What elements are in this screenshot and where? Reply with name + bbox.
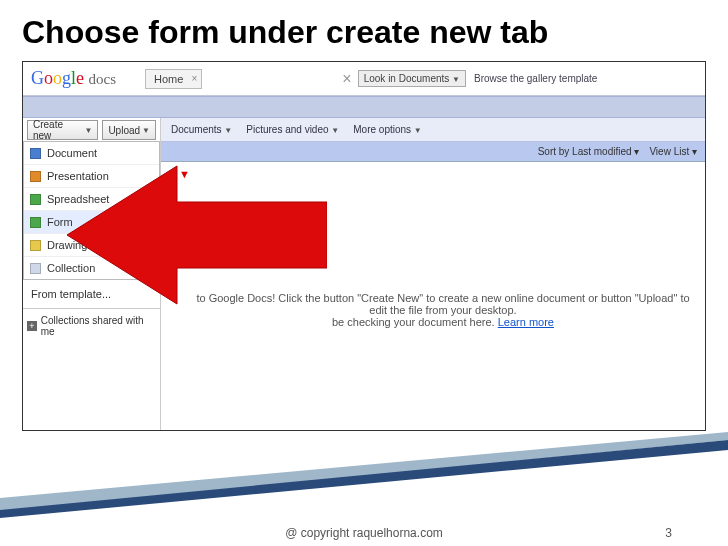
dropdown-indicator: ▼ bbox=[179, 168, 190, 180]
slide-footer: @ copyright raquelhorna.com bbox=[0, 526, 728, 540]
collection-icon bbox=[30, 263, 41, 274]
menu-item-from-template[interactable]: From template... bbox=[23, 280, 160, 308]
filter-pictures[interactable]: Pictures and video ▼ bbox=[246, 124, 339, 135]
list-header-row: Sort by Last modified ▾ View List ▾ bbox=[161, 142, 705, 162]
drawing-icon bbox=[30, 240, 41, 251]
welcome-line1: to Google Docs! Click the button "Create… bbox=[191, 292, 695, 316]
google-docs-logo: Google docs bbox=[23, 68, 145, 89]
welcome-line2: be checking your document here. Learn mo… bbox=[191, 316, 695, 328]
clear-icon[interactable]: × bbox=[342, 70, 351, 88]
decorative-swoosh bbox=[0, 428, 728, 518]
collections-shared[interactable]: + Collections shared with me bbox=[23, 308, 160, 343]
menu-item-document[interactable]: Document bbox=[24, 142, 159, 165]
menu-item-presentation[interactable]: Presentation bbox=[24, 165, 159, 188]
page-number: 3 bbox=[665, 526, 672, 540]
menu-item-spreadsheet[interactable]: Spreadsheet bbox=[24, 188, 159, 211]
filter-toolbar: Documents ▼ Pictures and video ▼ More op… bbox=[161, 118, 705, 142]
learn-more-link[interactable]: Learn more bbox=[498, 316, 554, 328]
view-list-control[interactable]: View List ▾ bbox=[649, 146, 697, 157]
content-row: Document Presentation Spreadsheet Form D… bbox=[23, 142, 705, 430]
main-panel: Sort by Last modified ▾ View List ▾ ▼ to… bbox=[161, 142, 705, 430]
toolbar-row: Create new▼ Upload▼ Documents ▼ Pictures… bbox=[23, 118, 705, 142]
upload-button[interactable]: Upload▼ bbox=[102, 120, 156, 140]
tab-home[interactable]: Home × bbox=[145, 69, 202, 89]
look-in-documents-button[interactable]: Look in Documents ▼ bbox=[358, 70, 466, 87]
slide-title: Choose form under create new tab bbox=[0, 0, 728, 57]
menu-item-drawing[interactable]: Drawing bbox=[24, 234, 159, 257]
sort-by-control[interactable]: Sort by Last modified ▾ bbox=[538, 146, 640, 157]
close-icon[interactable]: × bbox=[192, 72, 198, 86]
filter-more[interactable]: More options ▼ bbox=[353, 124, 422, 135]
presentation-icon bbox=[30, 171, 41, 182]
search-area: × Look in Documents ▼ Browse the gallery… bbox=[342, 70, 597, 88]
app-header: Google docs Home × × Look in Documents ▼… bbox=[23, 62, 705, 96]
form-icon bbox=[30, 217, 41, 228]
menu-item-collection[interactable]: Collection bbox=[24, 257, 159, 279]
welcome-text: to Google Docs! Click the button "Create… bbox=[191, 292, 695, 328]
browse-gallery-link[interactable]: Browse the gallery template bbox=[474, 73, 597, 84]
left-toolbar: Create new▼ Upload▼ bbox=[23, 118, 161, 142]
filter-documents[interactable]: Documents ▼ bbox=[171, 124, 232, 135]
create-new-menu: Document Presentation Spreadsheet Form D… bbox=[23, 141, 160, 280]
document-icon bbox=[30, 148, 41, 159]
create-new-button[interactable]: Create new▼ bbox=[27, 120, 98, 140]
plus-icon: + bbox=[27, 321, 37, 331]
screenshot-container: Google docs Home × × Look in Documents ▼… bbox=[22, 61, 706, 431]
menu-item-form[interactable]: Form bbox=[24, 211, 159, 234]
blue-bar bbox=[23, 96, 705, 118]
sidebar: Document Presentation Spreadsheet Form D… bbox=[23, 142, 161, 430]
spreadsheet-icon bbox=[30, 194, 41, 205]
tab-home-label: Home bbox=[154, 72, 183, 86]
